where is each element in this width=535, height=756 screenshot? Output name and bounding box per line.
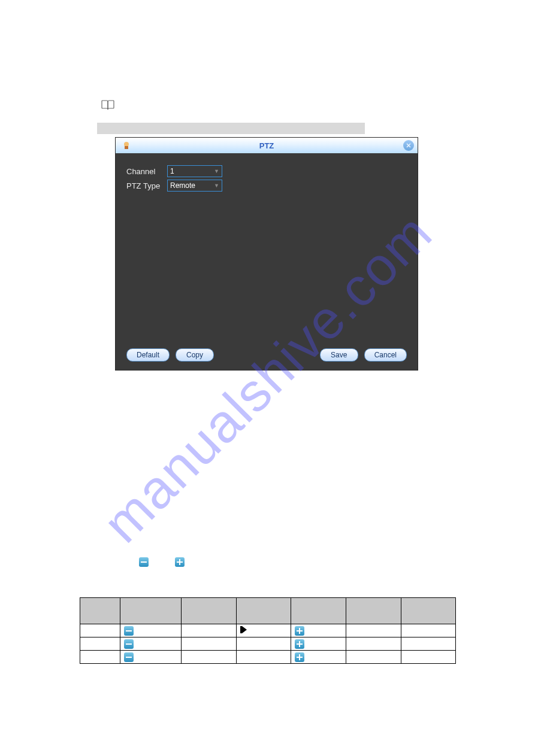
table-cell: [346, 637, 401, 651]
table-cell: [236, 624, 291, 637]
book-icon: [101, 99, 115, 114]
table-header: [236, 598, 291, 624]
table-cell: [236, 651, 291, 664]
table-header: [80, 598, 120, 624]
table-cell: [401, 624, 456, 637]
table-cell: [291, 651, 346, 664]
play-icon: [240, 626, 249, 634]
ptztype-label: PTZ Type: [126, 181, 167, 190]
table-cell: [401, 651, 456, 664]
table-cell: [181, 624, 236, 637]
table-cell: [236, 637, 291, 651]
table-header-row: [80, 598, 456, 624]
chevron-down-icon: ▼: [214, 168, 219, 174]
dialog-titlebar: PTZ: [116, 138, 418, 153]
table-cell: [120, 637, 181, 651]
table-cell: [181, 651, 236, 664]
plus-icon: [295, 639, 304, 649]
table-header: [120, 598, 181, 624]
default-button[interactable]: Default: [126, 348, 170, 362]
table-header: [181, 598, 236, 624]
table-cell: [346, 624, 401, 637]
minus-icon: [124, 626, 134, 636]
channel-label: Channel: [126, 167, 167, 176]
minus-icon: [139, 557, 149, 567]
ptz-dialog: PTZ Channel 1 ▼ PTZ Type Remote ▼ Defaul…: [115, 137, 418, 371]
chevron-down-icon: ▼: [214, 183, 219, 189]
close-icon[interactable]: [403, 140, 414, 151]
table-header: [291, 598, 346, 624]
table-cell: [80, 637, 120, 651]
minus-icon: [124, 652, 134, 662]
table-cell: [401, 637, 456, 651]
icon-reference-table: [80, 597, 456, 664]
table-row: [80, 637, 456, 651]
table-cell: [120, 651, 181, 664]
table-cell: [80, 624, 120, 637]
table-header: [401, 598, 456, 624]
table-row: [80, 651, 456, 664]
ptztype-value: Remote: [170, 181, 195, 190]
dialog-button-row: Default Copy Save Cancel: [116, 348, 418, 362]
dialog-title: PTZ: [259, 141, 274, 150]
table-cell: [291, 637, 346, 651]
cancel-button[interactable]: Cancel: [364, 348, 407, 362]
svg-point-0: [124, 142, 129, 147]
table-cell: [346, 651, 401, 664]
table-cell: [120, 624, 181, 637]
table-cell: [291, 624, 346, 637]
table-row: [80, 624, 456, 637]
channel-select[interactable]: 1 ▼: [167, 165, 222, 177]
table-header: [346, 598, 401, 624]
plus-icon: [295, 652, 304, 662]
gray-bar: [97, 123, 365, 134]
minus-icon: [124, 639, 134, 649]
table-cell: [181, 637, 236, 651]
inline-icon-row: [139, 557, 185, 567]
copy-button[interactable]: Copy: [176, 348, 214, 362]
channel-value: 1: [170, 167, 174, 175]
table-cell: [80, 651, 120, 664]
plus-icon: [175, 557, 185, 567]
ptztype-select[interactable]: Remote ▼: [167, 180, 222, 192]
svg-rect-1: [125, 146, 128, 149]
save-button[interactable]: Save: [320, 348, 358, 362]
dialog-app-icon: [120, 139, 132, 151]
plus-icon: [295, 626, 304, 636]
dialog-body: Channel 1 ▼ PTZ Type Remote ▼: [116, 153, 418, 206]
